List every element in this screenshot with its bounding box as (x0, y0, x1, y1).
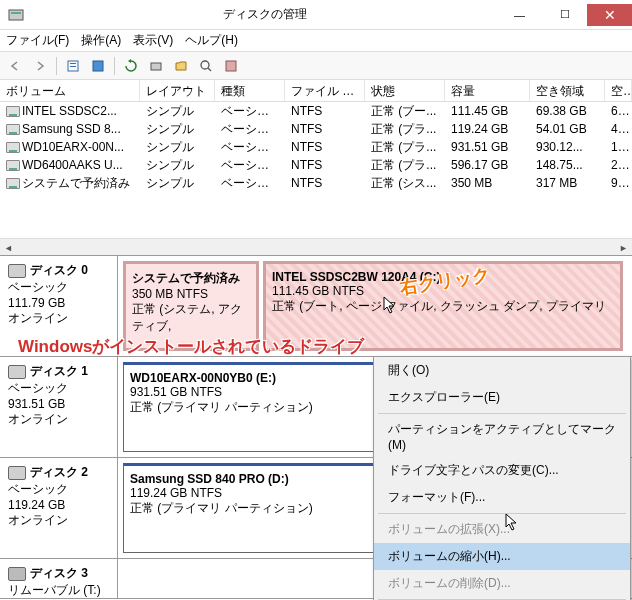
toolbar-icon-2[interactable] (87, 55, 109, 77)
partition-title: システムで予約済み (132, 270, 250, 287)
partition-status: 正常 (システム, アクティブ, (132, 301, 250, 335)
titlebar: ディスクの管理 — ☐ ✕ (0, 0, 632, 30)
disk-type: リムーバブル (T:) (8, 582, 109, 599)
volume-row[interactable]: INTEL SSDSC2...シンプルベーシックNTFS正常 (ブー...111… (0, 102, 632, 120)
menu-file[interactable]: ファイル(F) (6, 32, 69, 49)
col-type[interactable]: 種類 (215, 80, 285, 101)
search-icon[interactable] (195, 55, 217, 77)
cm-extend: ボリュームの拡張(X)... (374, 516, 630, 543)
svg-rect-4 (70, 66, 76, 67)
disk-info-2[interactable]: ディスク 2 ベーシック 119.24 GB オンライン (0, 458, 118, 558)
back-button[interactable] (4, 55, 26, 77)
cm-explorer[interactable]: エクスプローラー(E) (374, 384, 630, 411)
menu-help[interactable]: ヘルプ(H) (185, 32, 238, 49)
disk-row-0: ディスク 0 ベーシック 111.79 GB オンライン システムで予約済み 3… (0, 256, 632, 357)
volume-icon (6, 124, 20, 135)
scroll-right[interactable]: ► (615, 239, 632, 256)
disk-info-3[interactable]: ディスク 3 リムーバブル (T:) (0, 559, 118, 598)
volume-list: INTEL SSDSC2...シンプルベーシックNTFS正常 (ブー...111… (0, 102, 632, 192)
disk-size: 119.24 GB (8, 498, 109, 512)
close-button[interactable]: ✕ (587, 4, 632, 26)
disk-info-1[interactable]: ディスク 1 ベーシック 931.51 GB オンライン (0, 357, 118, 457)
svg-rect-6 (151, 63, 161, 70)
maximize-button[interactable]: ☐ (542, 4, 587, 26)
disk-size: 931.51 GB (8, 397, 109, 411)
volume-icon (6, 106, 20, 117)
context-menu: 開く(O) エクスプローラー(E) パーティションをアクティブとしてマーク(M)… (373, 356, 631, 600)
disk-type: ベーシック (8, 380, 109, 397)
volume-row[interactable]: WD10EARX-00N...シンプルベーシックNTFS正常 (プラ...931… (0, 138, 632, 156)
col-filesystem[interactable]: ファイル シス... (285, 80, 365, 101)
col-volume[interactable]: ボリューム (0, 80, 140, 101)
cm-mark-active[interactable]: パーティションをアクティブとしてマーク(M) (374, 416, 630, 457)
svg-rect-3 (70, 63, 76, 64)
disk-type: ベーシック (8, 279, 109, 296)
disk-button[interactable] (145, 55, 167, 77)
window-title: ディスクの管理 (32, 6, 497, 23)
folder-button[interactable] (170, 55, 192, 77)
volume-row[interactable]: システムで予約済みシンプルベーシックNTFS正常 (シス...350 MB317… (0, 174, 632, 192)
col-layout[interactable]: レイアウト (140, 80, 215, 101)
menu-action[interactable]: 操作(A) (81, 32, 121, 49)
disk-state: オンライン (8, 512, 109, 529)
disk-label: ディスク 0 (30, 263, 88, 277)
cm-drive-letter[interactable]: ドライブ文字とパスの変更(C)... (374, 457, 630, 484)
cm-format[interactable]: フォーマット(F)... (374, 484, 630, 511)
volume-icon (6, 178, 20, 189)
col-free[interactable]: 空き領域 (530, 80, 605, 101)
disk-label: ディスク 2 (30, 465, 88, 479)
col-pct[interactable]: 空き (605, 80, 632, 101)
partition-title: INTEL SSDSC2BW 120A4 (C:) (272, 270, 614, 284)
partition-system-reserved[interactable]: システムで予約済み 350 MB NTFS 正常 (システム, アクティブ, (123, 261, 259, 351)
menu-view[interactable]: 表示(V) (133, 32, 173, 49)
disk-icon (8, 365, 26, 379)
disk-icon (8, 466, 26, 480)
disk-icon (8, 264, 26, 278)
col-capacity[interactable]: 容量 (445, 80, 530, 101)
svg-point-7 (201, 61, 209, 69)
app-icon (8, 7, 24, 23)
cm-open[interactable]: 開く(O) (374, 357, 630, 384)
h-scrollbar[interactable]: ◄ ► (0, 238, 632, 255)
menubar: ファイル(F) 操作(A) 表示(V) ヘルプ(H) (0, 30, 632, 52)
cm-shrink[interactable]: ボリュームの縮小(H)... (374, 543, 630, 570)
disk-label: ディスク 3 (30, 566, 88, 580)
disk-state: オンライン (8, 310, 109, 327)
volume-icon (6, 142, 20, 153)
partition-c-drive[interactable]: INTEL SSDSC2BW 120A4 (C:) 111.45 GB NTFS… (263, 261, 623, 351)
refresh-button[interactable] (120, 55, 142, 77)
volume-row[interactable]: WD6400AAKS U...シンプルベーシックNTFS正常 (プラ...596… (0, 156, 632, 174)
svg-rect-1 (11, 12, 21, 14)
volume-row[interactable]: Samsung SSD 8...シンプルベーシックNTFS正常 (プラ...11… (0, 120, 632, 138)
scroll-left[interactable]: ◄ (0, 239, 17, 256)
toolbar-icon-3[interactable] (220, 55, 242, 77)
partition-status: 正常 (ブート, ページ ファイル, クラッシュ ダンプ, プライマリ (272, 298, 614, 315)
disk-label: ディスク 1 (30, 364, 88, 378)
volume-icon (6, 160, 20, 171)
svg-rect-5 (93, 61, 103, 71)
toolbar-icon-1[interactable] (62, 55, 84, 77)
disk-state: オンライン (8, 411, 109, 428)
partition-size: 111.45 GB NTFS (272, 284, 614, 298)
partition-size: 350 MB NTFS (132, 287, 250, 301)
svg-rect-9 (226, 61, 236, 71)
cm-delete: ボリュームの削除(D)... (374, 570, 630, 597)
disk-size: 111.79 GB (8, 296, 109, 310)
disk-info-0[interactable]: ディスク 0 ベーシック 111.79 GB オンライン (0, 256, 118, 356)
minimize-button[interactable]: — (497, 4, 542, 26)
toolbar (0, 52, 632, 80)
svg-line-8 (208, 68, 211, 71)
volume-list-header: ボリューム レイアウト 種類 ファイル シス... 状態 容量 空き領域 空き (0, 80, 632, 102)
disk-type: ベーシック (8, 481, 109, 498)
svg-rect-0 (9, 10, 23, 20)
col-status[interactable]: 状態 (365, 80, 445, 101)
removable-disk-icon (8, 567, 26, 581)
forward-button[interactable] (29, 55, 51, 77)
